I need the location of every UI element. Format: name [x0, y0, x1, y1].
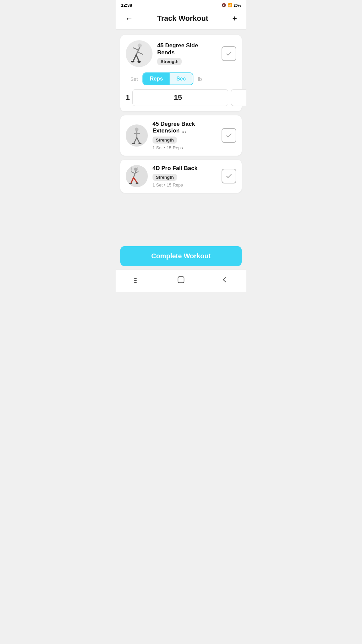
- svg-line-19: [131, 167, 132, 172]
- svg-line-17: [131, 172, 135, 173]
- exercise-info-3: 4D Pro Fall Back Strength 1 Set • 15 Rep…: [153, 165, 217, 187]
- input-row-1: 1 +: [126, 89, 236, 106]
- svg-line-20: [138, 167, 138, 172]
- exercise-name-1: 45 Degree Side Bends: [157, 42, 217, 56]
- svg-line-2: [133, 48, 139, 50]
- svg-line-5: [136, 55, 139, 61]
- exercise-tag-1: Strength: [157, 58, 182, 65]
- nav-menu[interactable]: [126, 274, 149, 286]
- reps-input-1[interactable]: [132, 89, 228, 106]
- exercise-check-1[interactable]: [222, 46, 236, 61]
- check-icon-3: [225, 172, 233, 180]
- toggle-row-1: Set Reps Sec lb: [126, 72, 236, 85]
- exercise-avatar-3: [126, 165, 148, 187]
- exercise-tag-2: Strength: [153, 137, 177, 144]
- svg-line-22: [131, 178, 133, 183]
- wifi-icon: 📶: [228, 3, 232, 7]
- mute-icon: 🔇: [222, 3, 226, 7]
- exercise-card-header-3: 4D Pro Fall Back Strength 1 Set • 15 Rep…: [126, 165, 236, 187]
- svg-point-0: [138, 43, 142, 47]
- svg-line-1: [136, 48, 140, 55]
- svg-rect-27: [134, 282, 137, 283]
- svg-point-24: [135, 182, 138, 184]
- svg-line-11: [134, 138, 137, 143]
- weight-input-1[interactable]: [231, 89, 246, 106]
- back-nav-icon: [220, 275, 229, 284]
- svg-line-3: [138, 52, 143, 54]
- svg-rect-28: [178, 277, 184, 283]
- status-time: 12:38: [121, 3, 132, 8]
- battery-text: 20%: [234, 3, 241, 7]
- nav-back[interactable]: [213, 274, 236, 286]
- exercise-avatar-2: [126, 124, 148, 147]
- exercise-name-2: 45 Degree Back Extension ...: [153, 121, 217, 135]
- svg-point-15: [134, 168, 138, 171]
- lb-label-1: lb: [198, 76, 202, 82]
- svg-point-7: [137, 61, 141, 63]
- back-button[interactable]: ←: [122, 12, 136, 24]
- exercise-figure-1: [127, 42, 151, 65]
- exercise-figure-2: [127, 126, 146, 145]
- set-label-1: Set: [126, 76, 142, 82]
- svg-point-14: [138, 143, 141, 144]
- svg-line-4: [133, 55, 136, 61]
- check-icon-2: [225, 132, 233, 139]
- exercise-check-2[interactable]: [222, 128, 236, 143]
- svg-line-16: [133, 171, 136, 178]
- status-icons: 🔇 📶 20%: [222, 3, 241, 7]
- nav-home[interactable]: [170, 274, 192, 286]
- set-number-1: 1: [126, 93, 130, 102]
- svg-point-23: [129, 183, 132, 184]
- exercise-info-2: 45 Degree Back Extension ... Strength 1 …: [153, 121, 217, 150]
- exercise-info-1: 45 Degree Side Bends Strength: [157, 42, 217, 65]
- svg-rect-26: [134, 280, 137, 281]
- exercise-meta-2: 1 Set • 15 Reps: [153, 145, 217, 150]
- reps-toggle-btn[interactable]: Reps: [143, 73, 170, 85]
- menu-icon: [133, 275, 142, 284]
- page-title: Track Workout: [157, 14, 208, 23]
- svg-rect-25: [134, 278, 137, 279]
- exercise-card-1: 45 Degree Side Bends Strength Set Reps S…: [120, 35, 242, 111]
- bottom-nav: [116, 269, 246, 292]
- exercise-card-header-1: 45 Degree Side Bends Strength: [126, 40, 236, 67]
- svg-point-13: [132, 143, 135, 144]
- exercise-name-3: 4D Pro Fall Back: [153, 165, 217, 172]
- svg-line-12: [137, 138, 139, 143]
- svg-point-8: [135, 127, 139, 131]
- complete-workout-button[interactable]: Complete Workout: [120, 246, 242, 266]
- exercise-avatar-1: [126, 40, 153, 67]
- home-icon: [176, 275, 186, 284]
- sec-toggle-btn[interactable]: Sec: [170, 73, 192, 85]
- svg-point-6: [131, 61, 135, 62]
- svg-line-21: [133, 178, 137, 183]
- check-icon-1: [225, 50, 233, 57]
- exercise-card-2: 45 Degree Back Extension ... Strength 1 …: [120, 115, 242, 156]
- exercise-meta-3: 1 Set • 15 Reps: [153, 182, 217, 187]
- exercise-check-3[interactable]: [222, 169, 236, 183]
- status-bar: 12:38 🔇 📶 20%: [116, 0, 246, 9]
- add-button[interactable]: +: [230, 12, 240, 24]
- exercise-card-3: 4D Pro Fall Back Strength 1 Set • 15 Rep…: [120, 160, 242, 193]
- reps-sec-toggle: Reps Sec: [142, 72, 193, 85]
- header: ← Track Workout +: [116, 9, 246, 30]
- exercise-figure-3: [127, 166, 146, 186]
- exercise-card-header-2: 45 Degree Back Extension ... Strength 1 …: [126, 121, 236, 150]
- exercise-tag-3: Strength: [153, 174, 177, 181]
- exercise-list: 45 Degree Side Bends Strength Set Reps S…: [116, 30, 246, 246]
